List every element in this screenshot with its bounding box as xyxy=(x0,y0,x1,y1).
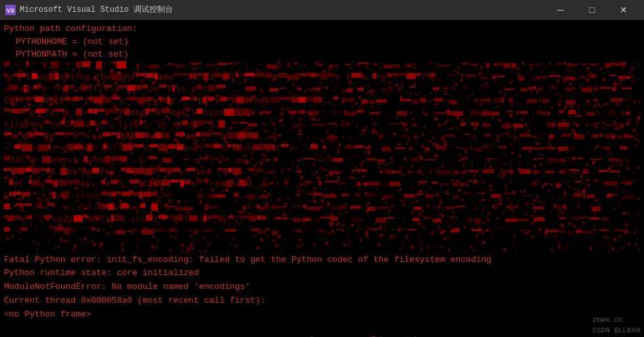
maximize-button[interactable]: □ xyxy=(577,0,607,20)
titlebar-left: VS Microsoft Visual Studio 调试控制台 xyxy=(5,4,173,15)
titlebar-title: Microsoft Visual Studio 调试控制台 xyxy=(20,4,173,15)
error-line-3: ModuleNotFoundError: No module named 'en… xyxy=(4,280,640,294)
watermark: znwx.cn CSDN @LLBXH xyxy=(592,315,640,336)
error-line-1: Fatal Python error: init_fs_encoding: fa… xyxy=(4,253,640,267)
garbled-section xyxy=(4,61,640,252)
error-section: Fatal Python error: init_fs_encoding: fa… xyxy=(4,252,640,338)
garble-canvas xyxy=(4,61,640,252)
vs-icon: VS xyxy=(5,5,16,15)
close-button[interactable]: ✕ xyxy=(608,0,639,20)
error-line-5: Current thread 0x000058a0 (most recent c… xyxy=(4,294,640,308)
watermark-line1: znwx.cn xyxy=(592,315,640,325)
error-line-6: <no Python frame> xyxy=(4,308,640,322)
error-line-7 xyxy=(4,321,640,335)
titlebar-controls: ─ □ ✕ xyxy=(545,0,639,20)
config-line-2: PYTHONHOME = (not set) xyxy=(4,36,640,49)
error-line-2: Python runtime state: core initialized xyxy=(4,267,640,280)
config-line-1: Python path configuration: xyxy=(4,22,640,36)
minimize-button[interactable]: ─ xyxy=(545,0,576,20)
titlebar: VS Microsoft Visual Studio 调试控制台 ─ □ ✕ xyxy=(0,0,644,20)
svg-text:VS: VS xyxy=(7,7,14,14)
config-line-3: PYTHONPATH = (not set) xyxy=(4,48,640,61)
watermark-line2: CSDN @LLBXH xyxy=(592,326,640,336)
terminal: Python path configuration: PYTHONHOME = … xyxy=(0,20,644,337)
